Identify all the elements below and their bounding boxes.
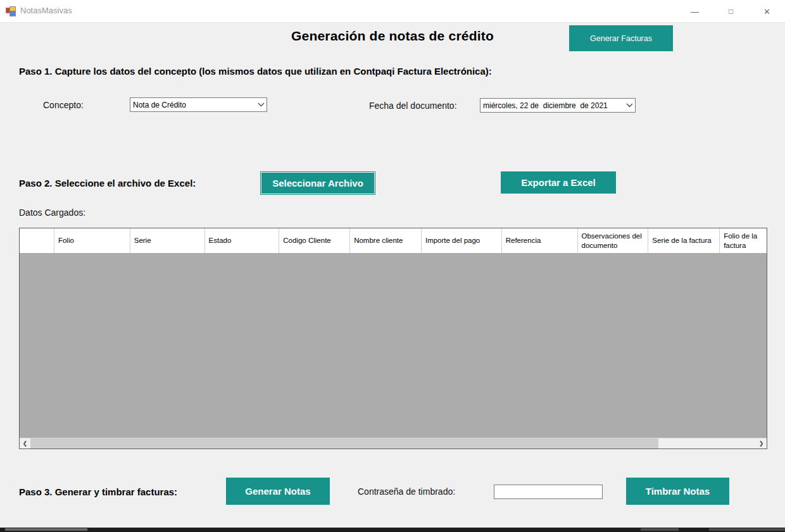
taskbar-fragment bbox=[641, 528, 679, 531]
minimize-button[interactable]: — bbox=[677, 0, 713, 23]
data-grid-empty-body bbox=[20, 254, 767, 438]
titlebar: NotasMasivas — □ ✕ bbox=[0, 0, 785, 23]
chevron-down-icon bbox=[624, 103, 635, 108]
close-icon: ✕ bbox=[763, 7, 770, 16]
window-controls: — □ ✕ bbox=[677, 0, 785, 23]
step2-label: Paso 2. Seleccione el archivo de Excel: bbox=[19, 178, 196, 189]
app-window: NotasMasivas — □ ✕ Generación de notas d… bbox=[0, 0, 785, 532]
data-grid-header-row: Folio Serie Estado Codigo Cliente Nombre… bbox=[20, 228, 767, 254]
generar-facturas-button[interactable]: Generar Facturas bbox=[569, 25, 673, 51]
grid-column-header-observaciones[interactable]: Observaciones del documento bbox=[578, 228, 649, 253]
concepto-label: Concepto: bbox=[43, 100, 84, 110]
step3-label: Paso 3. Generar y timbrar facturas: bbox=[19, 486, 177, 497]
datos-cargados-label: Datos Cargados: bbox=[19, 207, 85, 218]
taskbar-sliver bbox=[0, 528, 785, 532]
taskbar-fragment bbox=[709, 528, 785, 531]
grid-column-header-folio-factura[interactable]: Folio de la factura bbox=[720, 228, 767, 253]
chevron-down-icon bbox=[255, 102, 267, 107]
scrollbar-track[interactable] bbox=[658, 438, 756, 448]
fecha-documento-label: Fecha del documento: bbox=[369, 101, 457, 111]
concepto-selected-value: Nota de Crédito bbox=[130, 101, 255, 109]
seleccionar-archivo-button[interactable]: Seleccionar Archivo bbox=[261, 172, 375, 194]
grid-column-header-referencia[interactable]: Referencia bbox=[502, 228, 578, 253]
scroll-left-icon: ❮ bbox=[23, 440, 28, 447]
window-title: NotasMasivas bbox=[20, 6, 72, 15]
scroll-right-icon: ❯ bbox=[759, 440, 764, 447]
close-button[interactable]: ✕ bbox=[749, 0, 785, 23]
grid-column-header-folio[interactable]: Folio bbox=[54, 228, 130, 253]
grid-column-header-estado[interactable]: Estado bbox=[205, 228, 280, 253]
minimize-icon: — bbox=[691, 7, 699, 16]
scroll-right-button[interactable]: ❯ bbox=[756, 438, 767, 448]
timbrar-notas-button[interactable]: Timbrar Notas bbox=[626, 478, 729, 505]
fecha-documento-picker[interactable]: miércoles, 22 de diciembre de 2021 bbox=[480, 98, 636, 113]
step1-label: Paso 1. Capture los datos del concepto (… bbox=[19, 66, 492, 77]
grid-column-header-serie[interactable]: Serie bbox=[130, 228, 205, 253]
contrasena-timbrado-label: Contraseña de timbrado: bbox=[358, 486, 455, 497]
app-icon bbox=[6, 6, 16, 16]
exportar-excel-button[interactable]: Exportar a Excel bbox=[501, 171, 616, 194]
grid-column-header-nombre-cliente[interactable]: Nombre cliente bbox=[350, 228, 422, 253]
concepto-dropdown[interactable]: Nota de Crédito bbox=[130, 97, 267, 112]
taskbar-fragment bbox=[5, 528, 87, 531]
grid-column-header-codigo-cliente[interactable]: Codigo Cliente bbox=[279, 228, 350, 253]
horizontal-scrollbar: ❮ ❯ bbox=[20, 438, 767, 448]
generar-notas-button[interactable]: Generar Notas bbox=[226, 478, 330, 505]
grid-column-header-importe-pago[interactable]: Importe del pago bbox=[422, 228, 502, 253]
grid-row-header-cell[interactable] bbox=[20, 228, 54, 253]
scroll-left-button[interactable]: ❮ bbox=[20, 438, 30, 448]
maximize-icon: □ bbox=[729, 7, 733, 16]
maximize-button[interactable]: □ bbox=[713, 0, 749, 23]
scrollbar-thumb[interactable] bbox=[30, 438, 658, 448]
app-icon-blue-square bbox=[9, 11, 16, 16]
contrasena-timbrado-input[interactable] bbox=[494, 485, 603, 499]
grid-column-header-serie-factura[interactable]: Serie de la factura bbox=[648, 228, 720, 253]
fecha-selected-value: miércoles, 22 de diciembre de 2021 bbox=[480, 101, 624, 110]
data-grid: Folio Serie Estado Codigo Cliente Nombre… bbox=[19, 228, 767, 449]
